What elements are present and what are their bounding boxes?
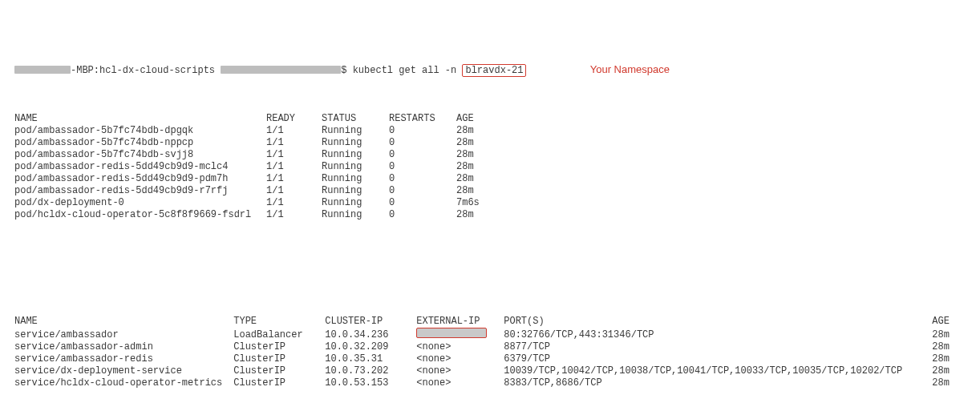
col-name: NAME [14, 316, 233, 328]
cell: 28m [932, 328, 961, 341]
col-eip: EXTERNAL-IP [416, 316, 504, 328]
namespace-box: blravdx-21 [462, 64, 526, 77]
cell: 28m [456, 137, 491, 149]
table-row: pod/ambassador-5b7fc74bdb-svjj81/1Runnin… [14, 149, 491, 161]
services-header: NAME TYPE CLUSTER-IP EXTERNAL-IP PORT(S)… [14, 316, 961, 328]
cell: pod/ambassador-5b7fc74bdb-nppcp [14, 137, 266, 149]
col-ports: PORT(S) [504, 316, 932, 328]
cell: 28m [932, 365, 961, 377]
cell: ClusterIP [233, 377, 325, 389]
cell: 0 [389, 137, 456, 149]
cell: <none> [416, 365, 504, 377]
redacted-ip [416, 328, 487, 338]
table-row: service/hcldx-cloud-operator-metricsClus… [14, 377, 961, 389]
cell: 0 [389, 173, 456, 185]
cell: 0 [389, 197, 456, 209]
cell: 1/1 [266, 209, 322, 221]
cell: 1/1 [266, 185, 322, 197]
cell: Running [322, 173, 389, 185]
col-restarts: RESTARTS [389, 113, 456, 125]
cell: pod/ambassador-redis-5dd49cb9d9-mclc4 [14, 161, 266, 173]
cell: <none> [416, 377, 504, 389]
cell: 28m [456, 125, 491, 137]
redacted-path: xxxxxxxxxxxx [221, 66, 341, 74]
col-status: STATUS [322, 113, 389, 125]
cell: service/dx-deployment-service [14, 365, 233, 377]
table-row: pod/hcldx-cloud-operator-5c8f8f9669-fsdr… [14, 209, 491, 221]
cell: Running [322, 209, 389, 221]
cell: service/ambassador-redis [14, 353, 233, 365]
table-row: pod/ambassador-redis-5dd49cb9d9-r7rfj1/1… [14, 185, 491, 197]
cell: ClusterIP [233, 341, 325, 353]
cell: 28m [932, 341, 961, 353]
cell: 80:32766/TCP,443:31346/TCP [504, 328, 932, 341]
cell: Running [322, 197, 389, 209]
cell: ClusterIP [233, 365, 325, 377]
cell: 8877/TCP [504, 341, 932, 353]
cell: 28m [456, 149, 491, 161]
cell: Running [322, 161, 389, 173]
cell: 28m [456, 209, 491, 221]
cmd-text: $ kubectl get all -n [341, 65, 456, 76]
cell: 10.0.73.202 [325, 365, 416, 377]
col-cip: CLUSTER-IP [325, 316, 416, 328]
cell: pod/dx-deployment-0 [14, 197, 266, 209]
cell: 28m [932, 353, 961, 365]
cell: 1/1 [266, 149, 322, 161]
table-row: service/ambassadorLoadBalancer10.0.34.23… [14, 328, 961, 341]
pods-table: NAME READY STATUS RESTARTS AGE pod/ambas… [14, 113, 491, 221]
cell: ClusterIP [233, 353, 325, 365]
col-age: AGE [932, 316, 961, 328]
cell: 10.0.53.153 [325, 377, 416, 389]
cell: service/ambassador [14, 328, 233, 341]
prompt-line: xxxx-MBP:hcl-dx-cloud-scripts xxxxxxxxxx… [14, 63, 966, 77]
cell: 0 [389, 125, 456, 137]
cell: Running [322, 137, 389, 149]
cell: Running [322, 125, 389, 137]
cell: LoadBalancer [233, 328, 325, 341]
cell: service/ambassador-admin [14, 341, 233, 353]
cell: 0 [389, 185, 456, 197]
cell: 1/1 [266, 197, 322, 209]
host-suffix: -MBP:hcl-dx-cloud-scripts [71, 65, 215, 76]
table-row: pod/ambassador-redis-5dd49cb9d9-mclc41/1… [14, 161, 491, 173]
cell: 1/1 [266, 125, 322, 137]
namespace-annotation: Your Namespace [590, 63, 670, 75]
col-name: NAME [14, 113, 266, 125]
cell [416, 328, 504, 341]
pods-header: NAME READY STATUS RESTARTS AGE [14, 113, 491, 125]
cell: 8383/TCP,8686/TCP [504, 377, 932, 389]
cell: service/hcldx-cloud-operator-metrics [14, 377, 233, 389]
cell: pod/ambassador-5b7fc74bdb-dpgqk [14, 125, 266, 137]
cell: 1/1 [266, 173, 322, 185]
cell: 28m [456, 161, 491, 173]
table-row: service/ambassador-adminClusterIP10.0.32… [14, 341, 961, 353]
cell: 10.0.32.209 [325, 341, 416, 353]
cell: 28m [456, 185, 491, 197]
cell: pod/hcldx-cloud-operator-5c8f8f9669-fsdr… [14, 209, 266, 221]
cell: 1/1 [266, 161, 322, 173]
cell: 28m [932, 377, 961, 389]
cell: Running [322, 149, 389, 161]
col-age: AGE [456, 113, 491, 125]
services-table: NAME TYPE CLUSTER-IP EXTERNAL-IP PORT(S)… [14, 316, 961, 389]
cell: 0 [389, 161, 456, 173]
cell: 6379/TCP [504, 353, 932, 365]
table-row: pod/ambassador-redis-5dd49cb9d9-pdm7h1/1… [14, 173, 491, 185]
cell: 7m6s [456, 197, 491, 209]
cell: 10.0.34.236 [325, 328, 416, 341]
cell: 10.0.35.31 [325, 353, 416, 365]
cell: 0 [389, 209, 456, 221]
table-row: pod/ambassador-5b7fc74bdb-dpgqk1/1Runnin… [14, 125, 491, 137]
cell: <none> [416, 353, 504, 365]
table-row: service/ambassador-redisClusterIP10.0.35… [14, 353, 961, 365]
cell: 0 [389, 149, 456, 161]
table-row: pod/ambassador-5b7fc74bdb-nppcp1/1Runnin… [14, 137, 491, 149]
cell: Running [322, 185, 389, 197]
cell: 1/1 [266, 137, 322, 149]
col-type: TYPE [233, 316, 325, 328]
table-row: service/dx-deployment-serviceClusterIP10… [14, 365, 961, 377]
cell: <none> [416, 341, 504, 353]
cell: pod/ambassador-5b7fc74bdb-svjj8 [14, 149, 266, 161]
table-row: pod/dx-deployment-01/1Running07m6s [14, 197, 491, 209]
